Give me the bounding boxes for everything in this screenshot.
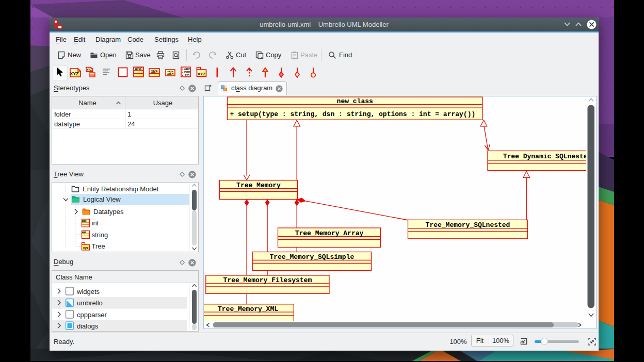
svg-text:cppparser: cppparser — [77, 311, 107, 319]
svg-text:new_class: new_class — [336, 97, 373, 105]
svg-text:ABC: ABC — [135, 67, 142, 71]
svg-text:Tree_Memory_Array: Tree_Memory_Array — [295, 229, 363, 237]
svg-text:Class Name: Class Name — [56, 273, 92, 281]
svg-text:Tree_Memory_Filesystem: Tree_Memory_Filesystem — [223, 276, 312, 284]
svg-text:xyz: xyz — [83, 246, 89, 250]
svg-text:string: string — [92, 231, 108, 239]
svg-text:Tree_Memory: Tree_Memory — [236, 181, 281, 189]
svg-text:Datatypes: Datatypes — [93, 208, 124, 216]
svg-text:dialogs: dialogs — [77, 322, 99, 330]
svg-text:Tree_Memory_XML: Tree_Memory_XML — [217, 305, 278, 312]
svg-text:Tree_Dynamic_SQLnested: Tree_Dynamic_SQLnested — [503, 152, 591, 160]
svg-text:ABC: ABC — [151, 71, 158, 74]
svg-text:XYZ: XYZ — [86, 68, 92, 71]
svg-text:Tree_Memory_SQLnested: Tree_Memory_SQLnested — [425, 221, 510, 228]
svg-text:ABC: ABC — [82, 231, 87, 234]
svg-text:XYZ: XYZ — [198, 72, 206, 76]
svg-text:ABC: ABC — [167, 73, 174, 76]
svg-text:ABC: ABC — [82, 220, 87, 222]
svg-text:widgets: widgets — [76, 288, 100, 295]
svg-text:int: int — [92, 219, 99, 227]
svg-text:Logical View: Logical View — [83, 195, 121, 203]
svg-text:123: 123 — [185, 74, 189, 77]
svg-text:+ setup(type : string, dsn : s: + setup(type : string, dsn : string, opt… — [230, 110, 475, 118]
svg-text:umbrello: umbrello — [77, 299, 103, 307]
svg-text:XYZ: XYZ — [70, 71, 79, 76]
svg-text:Tree: Tree — [92, 242, 105, 250]
svg-text:Tree_Memory_SQLsimple: Tree_Memory_SQLsimple — [269, 253, 354, 261]
svg-text:Entity Relationship Model: Entity Relationship Model — [83, 185, 158, 193]
